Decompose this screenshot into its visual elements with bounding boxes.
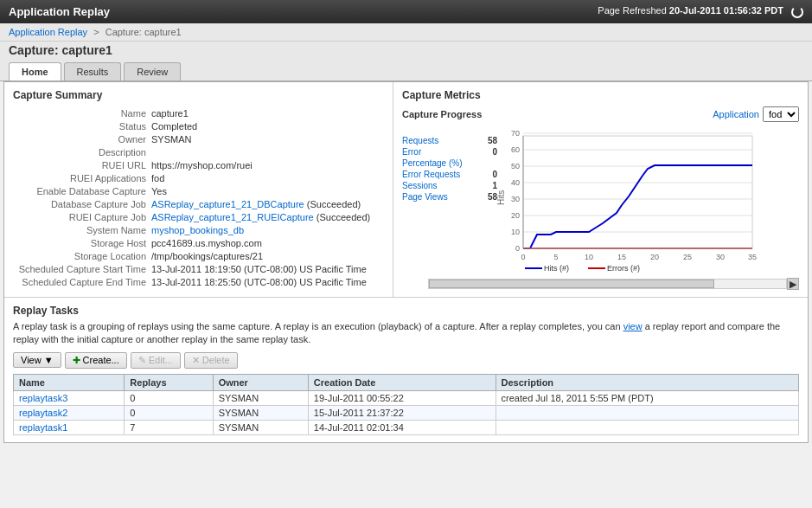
cell-creation-date: 15-Jul-2011 21:37:22 [308, 405, 496, 420]
refresh-icon[interactable] [791, 6, 803, 18]
capture-progress-label: Capture Progress [402, 109, 482, 119]
replay-tasks-heading: Replay Tasks [13, 305, 799, 317]
tab-review[interactable]: Review [124, 62, 181, 80]
replay-tasks-toolbar: View ▼ ✚ Create... ✎ Edit... ✕ Delete [13, 352, 799, 369]
cell-replays: 0 [125, 390, 213, 405]
field-description: Description [13, 147, 384, 158]
breadcrumb: Application Replay > Capture: capture1 [0, 23, 812, 42]
db-capture-job-link[interactable]: ASReplay_capture1_21_DBCapture [151, 199, 304, 209]
svg-text:0: 0 [515, 244, 520, 253]
field-name: Name capture1 [13, 108, 384, 119]
table-row: replaytask3 0 SYSMAN 19-Jul-2011 00:55:2… [14, 390, 799, 405]
app-label: Application [713, 109, 759, 119]
breadcrumb-parent[interactable]: Application Replay [9, 27, 87, 37]
edit-icon: ✎ [138, 355, 146, 366]
svg-text:Hits: Hits [497, 190, 506, 205]
field-owner: Owner SYSMAN [13, 134, 384, 145]
field-end-time: Scheduled Capture End Time 13-Jul-2011 1… [13, 277, 384, 287]
cell-owner: SYSMAN [213, 420, 308, 434]
cell-replays: 0 [125, 405, 213, 420]
col-description: Description [496, 374, 798, 390]
delete-button[interactable]: ✕ Delete [184, 352, 238, 369]
svg-text:15: 15 [617, 253, 626, 261]
task-name-link[interactable]: replaytask3 [19, 393, 67, 403]
scroll-right-btn[interactable]: ▶ [787, 278, 799, 290]
col-name: Name [14, 374, 125, 390]
capture-metrics-panel: Capture Metrics Capture Progress Applica… [393, 82, 808, 297]
svg-text:40: 40 [511, 178, 520, 187]
delete-label: Delete [202, 355, 230, 365]
replay-tasks-description: A replay task is a grouping of replays u… [13, 320, 799, 347]
view-label: View [21, 355, 42, 365]
field-ruei-apps: RUEI Applications fod [13, 173, 384, 183]
breadcrumb-current: Capture: capture1 [105, 27, 182, 37]
chart-scrollbar-row: ▶ [402, 278, 799, 290]
stat-error-requests: Error Requests 0 [402, 170, 497, 179]
create-button[interactable]: ✚ Create... [65, 352, 127, 369]
tabs: Home Results Review [0, 62, 812, 81]
cell-description: created Jul 18, 2011 5:55 PM (PDT) [496, 390, 798, 405]
field-ruei-capture-job: RUEI Capture Job ASReplay_capture1_21_RU… [13, 212, 384, 222]
cell-name: replaytask3 [14, 390, 125, 405]
create-icon: ✚ [73, 355, 80, 366]
replay-tasks-table: Name Replays Owner Creation Date Descrip… [13, 374, 799, 435]
table-row: replaytask1 7 SYSMAN 14-Jul-2011 02:01:3… [14, 420, 799, 434]
cell-description [496, 420, 798, 434]
svg-text:10: 10 [585, 253, 593, 261]
delete-icon: ✕ [192, 355, 200, 366]
cell-creation-date: 19-Jul-2011 00:55:22 [308, 390, 496, 405]
app-select[interactable]: fod [763, 106, 799, 122]
page-title: Capture: capture1 [0, 42, 812, 62]
field-db-capture-job: Database Capture Job ASReplay_capture1_2… [13, 199, 384, 209]
chart-scrollbar[interactable] [428, 279, 787, 289]
field-system-name: System Name myshop_bookings_db [13, 225, 384, 235]
svg-text:Errors (#): Errors (#) [607, 264, 640, 273]
cell-name: replaytask1 [14, 420, 125, 434]
metrics-header: Capture Progress Application fod [402, 106, 799, 122]
edit-button[interactable]: ✎ Edit... [131, 352, 181, 369]
svg-text:30: 30 [511, 195, 520, 203]
svg-text:20: 20 [650, 253, 659, 261]
svg-text:20: 20 [511, 211, 520, 220]
view-report-link[interactable]: view [623, 321, 643, 331]
field-start-time: Scheduled Capture Start Time 13-Jul-2011… [13, 264, 384, 274]
cell-owner: SYSMAN [213, 405, 308, 420]
svg-text:25: 25 [683, 253, 692, 261]
svg-text:0: 0 [521, 253, 525, 261]
chart-stats: Requests 58 Error 0 Percentage (%) Error… [402, 127, 497, 203]
view-button[interactable]: View ▼ [13, 352, 61, 368]
tab-home[interactable]: Home [9, 62, 61, 80]
field-ruei-url: RUEI URL https://myshop.com/ruei [13, 160, 384, 170]
task-name-link[interactable]: replaytask1 [19, 422, 67, 433]
col-creation-date: Creation Date [308, 374, 496, 390]
task-name-link[interactable]: replaytask2 [19, 408, 67, 418]
svg-text:70: 70 [511, 129, 520, 138]
cell-name: replaytask2 [14, 405, 125, 420]
cell-owner: SYSMAN [213, 390, 308, 405]
refresh-info: Page Refreshed 20-Jul-2011 01:56:32 PDT [598, 5, 803, 17]
svg-text:30: 30 [716, 253, 725, 261]
capture-chart: Hits 0 [497, 127, 774, 274]
stat-sessions: Sessions 1 [402, 181, 497, 190]
svg-text:10: 10 [511, 228, 520, 236]
svg-text:60: 60 [511, 145, 520, 154]
chart-container: Requests 58 Error 0 Percentage (%) Error… [402, 127, 799, 276]
capture-summary-panel: Capture Summary Name capture1 Status Com… [4, 82, 393, 297]
field-storage-host: Storage Host pcc41689.us.myshop.com [13, 238, 384, 248]
edit-label: Edit... [149, 355, 173, 365]
svg-text:35: 35 [748, 253, 757, 261]
two-col-layout: Capture Summary Name capture1 Status Com… [4, 82, 808, 298]
chart-area: Hits 0 [497, 127, 799, 276]
cell-description [496, 405, 798, 420]
field-storage-location: Storage Location /tmp/bookings/captures/… [13, 251, 384, 261]
system-name-link[interactable]: myshop_bookings_db [151, 225, 244, 235]
svg-text:50: 50 [511, 162, 520, 170]
stat-page-views: Page Views 58 [402, 192, 497, 202]
app-selector: Application fod [713, 106, 799, 122]
tab-results[interactable]: Results [64, 62, 122, 80]
ruei-capture-job-link[interactable]: ASReplay_capture1_21_RUEICapture [151, 212, 314, 222]
header: Application Replay Page Refreshed 20-Jul… [0, 0, 812, 23]
svg-text:Hits (#): Hits (#) [544, 264, 569, 273]
stat-error: Error 0 [402, 147, 497, 157]
app-title: Application Replay [9, 5, 110, 18]
